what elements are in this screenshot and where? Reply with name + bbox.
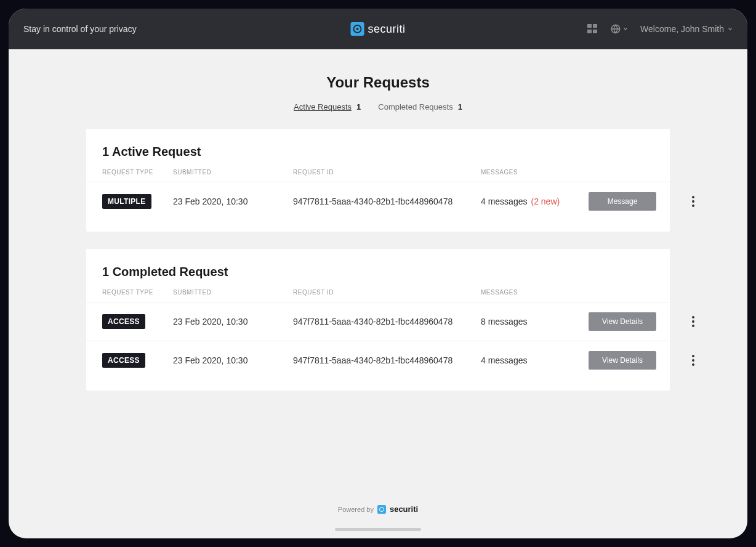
globe-icon: [611, 24, 621, 34]
col-submitted: SUBMITTED: [173, 169, 293, 176]
device-frame: Stay in control of your privacy securiti…: [9, 9, 747, 538]
col-submitted: SUBMITTED: [173, 289, 293, 296]
logo-text: securiti: [368, 23, 405, 36]
home-indicator: [335, 528, 421, 531]
apps-icon[interactable]: [587, 24, 598, 34]
card-title: 1 Active Request: [86, 145, 670, 169]
new-messages: (2 new): [531, 197, 560, 206]
tab-count: 1: [458, 102, 462, 111]
view-details-button[interactable]: View Details: [589, 312, 656, 331]
tab-count: 1: [356, 102, 361, 111]
messages-cell: 4 messages: [481, 355, 589, 365]
col-type: REQUEST TYPE: [102, 289, 173, 296]
id-cell: 947f7811-5aaa-4340-82b1-fbc448960478: [293, 317, 481, 326]
messages-cell: 8 messages: [481, 317, 589, 326]
main-content: Your Requests Active Requests 1 Complete…: [9, 49, 747, 391]
col-id: REQUEST ID: [293, 289, 481, 296]
submitted-cell: 23 Feb 2020, 10:30: [173, 197, 293, 206]
type-badge: MULTIPLE: [102, 194, 151, 209]
powered-by-label: Powered by: [338, 506, 374, 513]
col-id: REQUEST ID: [293, 169, 481, 176]
id-cell: 947f7811-5aaa-4340-82b1-fbc448960478: [293, 355, 481, 365]
message-button[interactable]: Message: [589, 192, 656, 211]
type-badge: ACCESS: [102, 353, 145, 368]
card-title: 1 Completed Request: [86, 265, 670, 289]
submitted-cell: 23 Feb 2020, 10:30: [173, 355, 293, 365]
table-header: REQUEST TYPE SUBMITTED REQUEST ID MESSAG…: [86, 289, 670, 302]
tab-active-requests[interactable]: Active Requests 1: [294, 102, 361, 111]
brand-logo[interactable]: securiti: [350, 22, 405, 36]
messages-cell: 4 messages (2 new): [481, 197, 589, 206]
tab-label: Active Requests: [294, 102, 352, 111]
completed-requests-card: 1 Completed Request REQUEST TYPE SUBMITT…: [86, 249, 670, 391]
col-messages: MESSAGES: [481, 169, 589, 176]
header: Stay in control of your privacy securiti…: [9, 9, 747, 49]
welcome-label: Welcome, John Smith: [640, 24, 724, 34]
chevron-down-icon: [728, 26, 733, 31]
table-row: MULTIPLE 23 Feb 2020, 10:30 947f7811-5aa…: [86, 182, 670, 221]
col-messages: MESSAGES: [481, 289, 589, 296]
header-right: Welcome, John Smith: [587, 24, 733, 34]
tab-label: Completed Requests: [378, 102, 452, 111]
more-menu-icon[interactable]: [690, 193, 697, 209]
col-type: REQUEST TYPE: [102, 169, 173, 176]
footer-brand: securiti: [390, 504, 418, 514]
messages-count: 4 messages: [481, 197, 527, 206]
table-row: ACCESS 23 Feb 2020, 10:30 947f7811-5aaa-…: [86, 341, 670, 379]
table-header: REQUEST TYPE SUBMITTED REQUEST ID MESSAG…: [86, 169, 670, 182]
page-title: Your Requests: [9, 74, 747, 91]
more-menu-icon[interactable]: [690, 352, 697, 368]
more-menu-icon[interactable]: [690, 314, 697, 330]
language-selector[interactable]: [611, 24, 628, 34]
table-row: ACCESS 23 Feb 2020, 10:30 947f7811-5aaa-…: [86, 302, 670, 341]
tagline: Stay in control of your privacy: [23, 24, 137, 34]
type-badge: ACCESS: [102, 314, 145, 329]
chevron-down-icon: [623, 26, 628, 31]
user-menu[interactable]: Welcome, John Smith: [640, 24, 733, 34]
tab-completed-requests[interactable]: Completed Requests 1: [378, 102, 462, 111]
logo-icon: [350, 22, 364, 36]
id-cell: 947f7811-5aaa-4340-82b1-fbc448960478: [293, 197, 481, 206]
active-requests-card: 1 Active Request REQUEST TYPE SUBMITTED …: [86, 129, 670, 232]
footer-logo-icon: [377, 505, 386, 514]
tabs: Active Requests 1 Completed Requests 1: [9, 102, 747, 111]
footer: Powered by securiti: [9, 504, 747, 514]
view-details-button[interactable]: View Details: [589, 351, 656, 370]
submitted-cell: 23 Feb 2020, 10:30: [173, 317, 293, 326]
